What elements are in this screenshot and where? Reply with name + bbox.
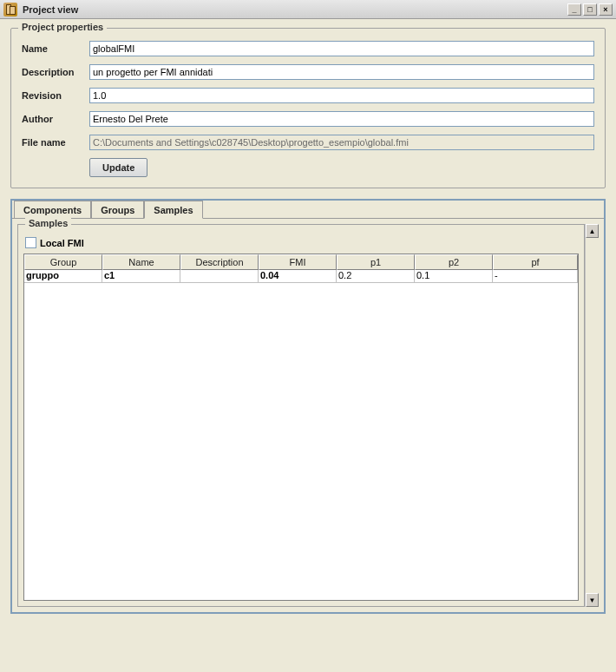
tab-body: Samples Local FMI Group Name Description… <box>12 218 604 612</box>
author-input[interactable] <box>89 111 594 127</box>
tabs-bar: Components Groups Samples <box>12 201 604 219</box>
col-name[interactable]: Name <box>102 254 180 270</box>
window-title: Project view <box>23 4 567 15</box>
col-description[interactable]: Description <box>180 254 259 270</box>
scroll-track[interactable] <box>586 238 599 593</box>
titlebar[interactable]: Project view _ □ × <box>0 0 616 19</box>
update-button[interactable]: Update <box>89 158 147 177</box>
cell-name: c1 <box>102 270 180 283</box>
revision-label: Revision <box>22 90 89 101</box>
col-pf[interactable]: pf <box>493 254 578 270</box>
properties-legend: Project properties <box>18 22 107 32</box>
cell-p2: 0.1 <box>415 270 493 283</box>
col-fmi[interactable]: FMI <box>259 254 337 270</box>
samples-legend: Samples <box>25 218 71 228</box>
vertical-scrollbar[interactable]: ▲ ▼ <box>585 224 599 607</box>
scroll-down-button[interactable]: ▼ <box>586 593 599 607</box>
col-p2[interactable]: p2 <box>415 254 493 270</box>
revision-input[interactable] <box>89 88 594 103</box>
filename-input <box>89 135 594 150</box>
samples-fieldset: Samples Local FMI Group Name Description… <box>17 224 585 607</box>
author-label: Author <box>22 114 89 124</box>
maximize-button[interactable]: □ <box>583 3 597 16</box>
cell-group: gruppo <box>24 270 102 283</box>
cell-pf: - <box>493 270 578 283</box>
project-properties-fieldset: Project properties Name Description Revi… <box>10 28 606 188</box>
tab-groups[interactable]: Groups <box>91 201 144 219</box>
description-input[interactable] <box>89 64 594 80</box>
col-p1[interactable]: p1 <box>337 254 415 270</box>
cell-p1: 0.2 <box>337 270 415 283</box>
tabs-container: Components Groups Samples Samples Local … <box>10 199 606 614</box>
local-fmi-checkbox[interactable] <box>25 237 36 248</box>
name-label: Name <box>22 43 89 54</box>
scroll-up-button[interactable]: ▲ <box>586 224 599 238</box>
tab-components[interactable]: Components <box>14 201 91 219</box>
local-fmi-label: Local FMI <box>40 238 84 248</box>
close-button[interactable]: × <box>599 3 613 16</box>
name-input[interactable] <box>89 41 594 56</box>
window-controls: _ □ × <box>567 3 613 16</box>
samples-table: Group Name Description FMI p1 p2 pf grup… <box>23 254 579 601</box>
cell-fmi: 0.04 <box>259 270 337 283</box>
table-row[interactable]: gruppo c1 0.04 0.2 0.1 - <box>24 270 578 283</box>
java-app-icon <box>3 3 17 16</box>
filename-label: File name <box>22 137 89 148</box>
table-header: Group Name Description FMI p1 p2 pf <box>24 254 578 270</box>
cell-description <box>180 270 259 283</box>
description-label: Description <box>22 67 89 77</box>
col-group[interactable]: Group <box>24 254 102 270</box>
minimize-button[interactable]: _ <box>567 3 581 16</box>
tab-samples[interactable]: Samples <box>144 201 202 219</box>
